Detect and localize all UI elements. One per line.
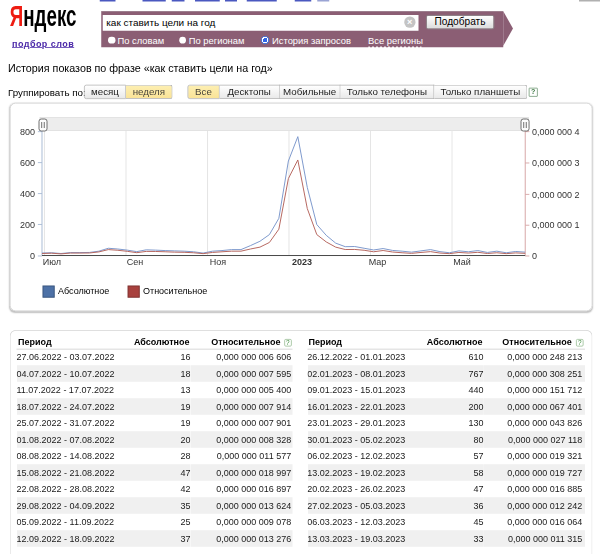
svg-text:Июл: Июл <box>43 257 61 267</box>
svg-text:0,000 000 1: 0,000 000 1 <box>532 220 580 230</box>
svg-text:800: 800 <box>20 127 35 137</box>
svg-text:Относительное: Относительное <box>143 286 207 296</box>
svg-text:400: 400 <box>20 189 35 199</box>
svg-text:Май: Май <box>453 257 471 267</box>
svg-text:2023: 2023 <box>292 257 312 267</box>
svg-text:0,000 000 4: 0,000 000 4 <box>532 127 580 137</box>
svg-text:Абсолютное: Абсолютное <box>58 286 109 296</box>
svg-text:Мар: Мар <box>369 257 387 267</box>
svg-text:600: 600 <box>20 158 35 168</box>
svg-text:Сен: Сен <box>127 257 144 267</box>
svg-text:0,000 000 3: 0,000 000 3 <box>532 158 580 168</box>
svg-text:Ноя: Ноя <box>210 257 227 267</box>
svg-text:0: 0 <box>532 251 537 261</box>
svg-text:0: 0 <box>30 251 35 261</box>
svg-text:200: 200 <box>20 220 35 230</box>
svg-text:0,000 000 2: 0,000 000 2 <box>532 190 580 200</box>
